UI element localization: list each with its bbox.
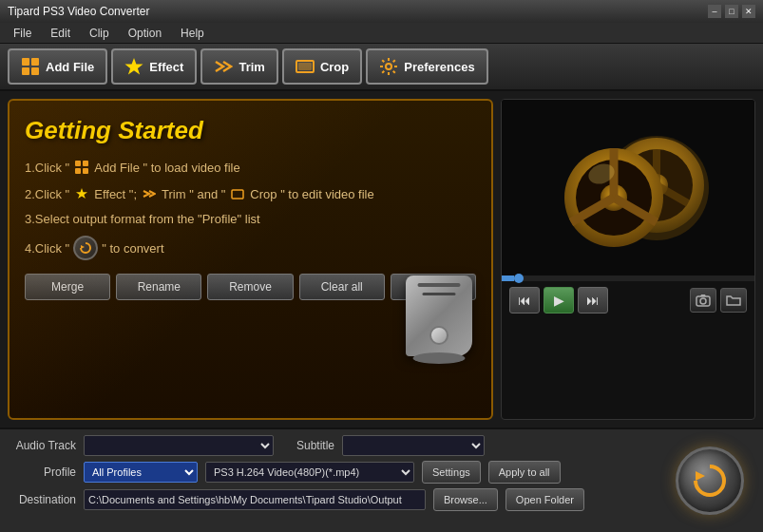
menu-help[interactable]: Help [171, 25, 214, 42]
svg-point-7 [386, 64, 391, 69]
destination-label: Destination [10, 493, 76, 506]
apply-to-all-button[interactable]: Apply to all [488, 461, 561, 484]
add-file-button[interactable]: Add File [8, 48, 107, 85]
convert-icon [691, 462, 729, 500]
step1-num: 1.Click " [25, 161, 69, 175]
effect-icon [124, 57, 143, 76]
svg-marker-4 [125, 58, 143, 75]
svg-marker-12 [76, 188, 87, 199]
svg-rect-13 [232, 190, 243, 199]
svg-rect-10 [75, 168, 81, 174]
ps3-illustration [396, 276, 482, 370]
step2-text1: 2.Click " [25, 187, 69, 201]
step-1: 1.Click " Add File " to load video file [25, 159, 476, 176]
step2-text2: Effect "; [94, 187, 137, 201]
playback-controls: ⏮ ▶ ⏭ [502, 281, 754, 319]
add-file-label: Add File [46, 60, 94, 74]
subtitle-label: Subtitle [296, 439, 334, 452]
clear-all-button[interactable]: Clear all [299, 274, 385, 300]
film-reel-svg [533, 107, 723, 269]
svg-rect-3 [31, 67, 39, 75]
title-bar: Tipard PS3 Video Converter – □ ✕ [0, 0, 763, 23]
convert-button[interactable] [676, 446, 744, 515]
bottom-area: Audio Track Subtitle Profile All Profile… [0, 428, 763, 532]
svg-marker-31 [696, 471, 705, 481]
svg-marker-14 [81, 245, 85, 249]
step1-icon [73, 159, 90, 176]
subtitle-select[interactable] [342, 435, 485, 456]
step2-text4: Crop " to edit video file [250, 187, 373, 201]
audio-subtitle-row: Audio Track Subtitle [10, 435, 753, 456]
menu-bar: File Edit Clip Option Help [0, 23, 763, 44]
preview-screen [502, 100, 754, 276]
audio-track-label: Audio Track [10, 439, 76, 452]
browse-button[interactable]: Browse... [433, 488, 498, 511]
crop-icon [296, 57, 315, 76]
step2-crop-icon [229, 185, 246, 202]
svg-point-30 [700, 298, 706, 304]
preferences-icon [379, 57, 398, 76]
destination-input[interactable] [84, 489, 426, 510]
step4-text2: " to convert [102, 241, 163, 256]
maximize-button[interactable]: □ [725, 5, 738, 18]
svg-rect-6 [298, 63, 312, 70]
menu-file[interactable]: File [4, 25, 41, 42]
getting-started-title: Getting Started [25, 116, 476, 145]
effect-button[interactable]: Effect [111, 48, 197, 85]
camera-button[interactable] [690, 288, 716, 313]
main-content: Getting Started 1.Click " Add File " to … [0, 91, 763, 428]
getting-started-panel: Getting Started 1.Click " Add File " to … [8, 99, 493, 420]
step3-text: 3.Select output format from the "Profile… [25, 212, 260, 226]
svg-rect-9 [83, 161, 88, 166]
add-file-icon [21, 57, 40, 76]
profile-label: Profile [10, 466, 76, 479]
step2-effect-icon [73, 185, 90, 202]
open-folder-button[interactable]: Open Folder [505, 488, 584, 511]
crop-button[interactable]: Crop [282, 48, 362, 85]
toolbar: Add File Effect Trim Crop [0, 44, 763, 91]
menu-option[interactable]: Option [119, 25, 171, 42]
svg-rect-2 [22, 67, 29, 75]
skip-forward-button[interactable]: ⏭ [578, 287, 608, 314]
svg-rect-1 [31, 58, 39, 66]
profile-select[interactable]: All Profiles [84, 462, 198, 483]
trim-label: Trim [238, 60, 264, 74]
profile-row: Profile All Profiles PS3 H.264 Video(480… [10, 461, 753, 484]
audio-track-select[interactable] [84, 435, 274, 456]
step-4: 4.Click " " to convert [25, 236, 476, 260]
step4-text1: 4.Click " [25, 241, 69, 256]
step4-convert-icon [73, 236, 98, 260]
preview-progress-bar[interactable] [502, 276, 754, 281]
window-controls: – □ ✕ [708, 5, 755, 18]
trim-button[interactable]: Trim [200, 48, 277, 85]
remove-button[interactable]: Remove [207, 274, 293, 300]
merge-button[interactable]: Merge [25, 274, 110, 300]
skip-back-button[interactable]: ⏮ [509, 287, 540, 314]
svg-rect-11 [83, 168, 88, 174]
close-button[interactable]: ✕ [742, 5, 755, 18]
step2-trim-icon [141, 185, 158, 202]
preferences-label: Preferences [404, 60, 474, 74]
step2-text3: Trim " and " [162, 187, 225, 201]
step-3: 3.Select output format from the "Profile… [25, 212, 476, 226]
step-2: 2.Click " Effect "; Trim " and " Crop [25, 185, 476, 202]
play-button[interactable]: ▶ [544, 287, 574, 314]
app-title: Tipard PS3 Video Converter [8, 5, 149, 18]
svg-rect-8 [75, 161, 81, 166]
format-select[interactable]: PS3 H.264 Video(480P)(*.mp4) [205, 462, 414, 483]
trim-icon [214, 57, 233, 76]
preview-panel: ⏮ ▶ ⏭ [501, 99, 755, 420]
menu-edit[interactable]: Edit [41, 25, 80, 42]
effect-label: Effect [149, 60, 183, 74]
minimize-button[interactable]: – [708, 5, 721, 18]
crop-label: Crop [320, 60, 349, 74]
step1-text: Add File " to load video file [94, 161, 239, 175]
rename-button[interactable]: Rename [116, 274, 201, 300]
menu-clip[interactable]: Clip [80, 25, 119, 42]
folder-button[interactable] [720, 288, 747, 313]
svg-rect-0 [22, 58, 29, 66]
progress-fill [502, 276, 514, 281]
destination-row: Destination Browse... Open Folder [10, 488, 753, 511]
settings-button[interactable]: Settings [422, 461, 481, 484]
preferences-button[interactable]: Preferences [366, 48, 487, 85]
